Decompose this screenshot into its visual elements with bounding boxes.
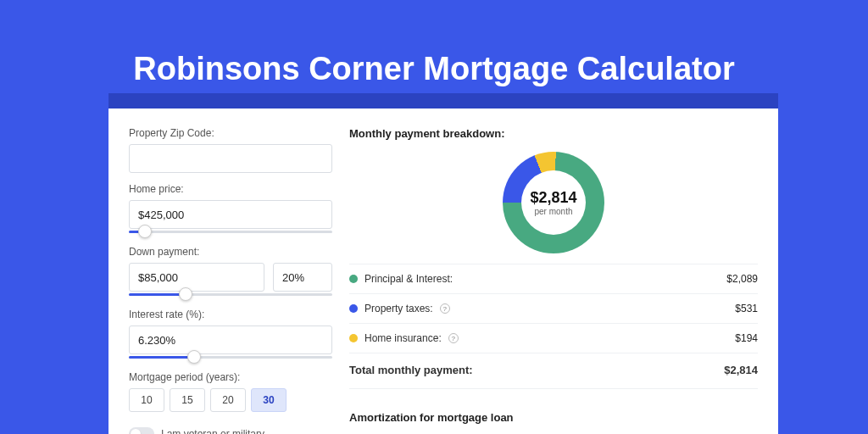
interest-rate-label: Interest rate (%): — [129, 309, 332, 320]
total-label: Total monthly payment: — [349, 364, 473, 376]
amortization-body: Amortization for a mortgage loan refers … — [349, 431, 758, 434]
legend-row-principal: Principal & Interest: $2,089 — [349, 264, 758, 294]
legend-amount: $531 — [735, 303, 758, 314]
slider-thumb[interactable] — [138, 225, 152, 238]
legend-row-insurance: Home insurance: ? $194 — [349, 324, 758, 353]
donut-chart: $2,814 per month — [503, 152, 604, 253]
interest-rate-slider[interactable] — [129, 353, 332, 361]
down-payment-percent-input[interactable] — [273, 263, 332, 292]
slider-fill — [129, 356, 194, 359]
amortization-section: Amortization for mortgage loan Amortizat… — [349, 388, 758, 434]
calculator-card: Property Zip Code: Home price: Down paym… — [108, 108, 778, 434]
legend-amount: $2,089 — [726, 273, 758, 285]
mortgage-period-label: Mortgage period (years): — [129, 371, 332, 383]
period-option-10[interactable]: 10 — [129, 388, 164, 412]
slider-thumb[interactable] — [187, 350, 201, 364]
period-option-15[interactable]: 15 — [170, 388, 205, 412]
down-payment-amount-input[interactable] — [129, 263, 264, 292]
total-amount: $2,814 — [724, 364, 758, 376]
zip-label: Property Zip Code: — [129, 127, 332, 139]
breakdown-title: Monthly payment breakdown: — [349, 127, 758, 140]
donut-sub: per month — [530, 207, 576, 216]
down-payment-slider[interactable] — [129, 290, 332, 298]
card-top-accent — [108, 93, 778, 108]
period-option-20[interactable]: 20 — [210, 388, 246, 412]
help-icon[interactable]: ? — [440, 303, 450, 314]
legend-dot-icon — [349, 334, 358, 342]
legend-label: Property taxes: — [364, 303, 433, 314]
legend-row-taxes: Property taxes: ? $531 — [349, 294, 758, 324]
veteran-toggle[interactable] — [129, 427, 154, 434]
down-payment-label: Down payment: — [129, 246, 332, 258]
breakdown-column: Monthly payment breakdown: $2,814 per mo… — [349, 127, 758, 434]
amortization-title: Amortization for mortgage loan — [349, 411, 758, 424]
mortgage-period-group: 10 15 20 30 — [129, 388, 332, 412]
donut-center: $2,814 per month — [530, 189, 576, 216]
veteran-row: I am veteran or military — [129, 427, 332, 434]
inputs-column: Property Zip Code: Home price: Down paym… — [129, 127, 332, 434]
help-icon[interactable]: ? — [448, 333, 459, 343]
legend-dot-icon — [349, 275, 358, 283]
slider-track — [129, 231, 332, 233]
donut-wrap: $2,814 per month — [349, 147, 758, 264]
legend-dot-icon — [349, 304, 358, 313]
interest-rate-input[interactable] — [129, 326, 332, 354]
home-price-label: Home price: — [129, 183, 332, 195]
page-title: Robinsons Corner Mortgage Calculator — [0, 0, 868, 108]
legend-amount: $194 — [735, 332, 758, 344]
period-option-30[interactable]: 30 — [251, 388, 287, 412]
legend-label: Home insurance: — [364, 332, 442, 344]
donut-amount: $2,814 — [530, 189, 576, 207]
home-price-slider[interactable] — [129, 227, 332, 236]
legend: Principal & Interest: $2,089 Property ta… — [349, 264, 758, 388]
zip-input[interactable] — [129, 144, 332, 173]
slider-thumb[interactable] — [179, 287, 192, 301]
slider-fill — [129, 293, 186, 296]
veteran-label: I am veteran or military — [161, 428, 264, 434]
total-row: Total monthly payment: $2,814 — [349, 353, 758, 388]
legend-label: Principal & Interest: — [364, 273, 453, 285]
home-price-input[interactable] — [129, 200, 332, 229]
